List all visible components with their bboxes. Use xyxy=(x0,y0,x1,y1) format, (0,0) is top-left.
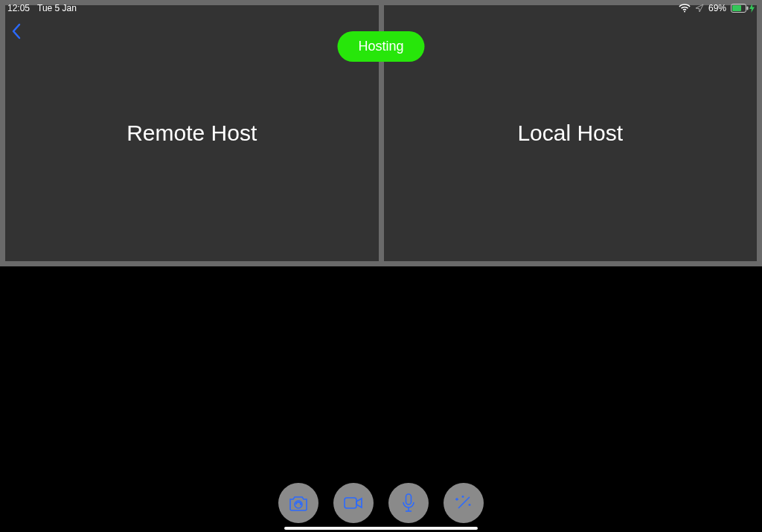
battery-icon xyxy=(731,4,755,13)
remote-host-label: Remote Host xyxy=(127,121,257,146)
status-time: 12:05 xyxy=(7,3,30,13)
svg-rect-6 xyxy=(406,494,412,504)
call-toolbar xyxy=(278,483,484,523)
location-icon xyxy=(695,4,704,13)
remote-host-tile[interactable]: Remote Host xyxy=(5,5,379,261)
status-date: Tue 5 Jan xyxy=(37,3,77,13)
charging-icon xyxy=(749,4,755,13)
camera-icon xyxy=(288,494,309,512)
flip-camera-button[interactable] xyxy=(278,483,318,523)
back-button[interactable] xyxy=(10,22,22,40)
status-bar: 12:05 Tue 5 Jan 69% xyxy=(0,0,762,16)
hosting-label: Hosting xyxy=(358,39,403,54)
svg-rect-2 xyxy=(732,5,741,11)
svg-rect-5 xyxy=(345,498,356,508)
local-host-label: Local Host xyxy=(517,121,623,146)
sparkle-icon xyxy=(454,493,473,513)
video-area: 12:05 Tue 5 Jan 69% xyxy=(0,0,762,266)
mic-icon xyxy=(401,493,416,513)
battery-percent: 69% xyxy=(708,3,726,13)
svg-rect-3 xyxy=(747,7,749,10)
hosting-status-pill[interactable]: Hosting xyxy=(337,31,424,62)
svg-point-0 xyxy=(684,11,685,13)
toggle-mic-button[interactable] xyxy=(388,483,429,523)
local-host-tile[interactable]: Local Host xyxy=(384,5,758,261)
video-icon xyxy=(343,496,364,510)
home-indicator[interactable] xyxy=(284,527,478,530)
wifi-icon xyxy=(679,4,691,13)
effects-button[interactable] xyxy=(444,483,484,523)
toggle-video-button[interactable] xyxy=(333,483,374,523)
